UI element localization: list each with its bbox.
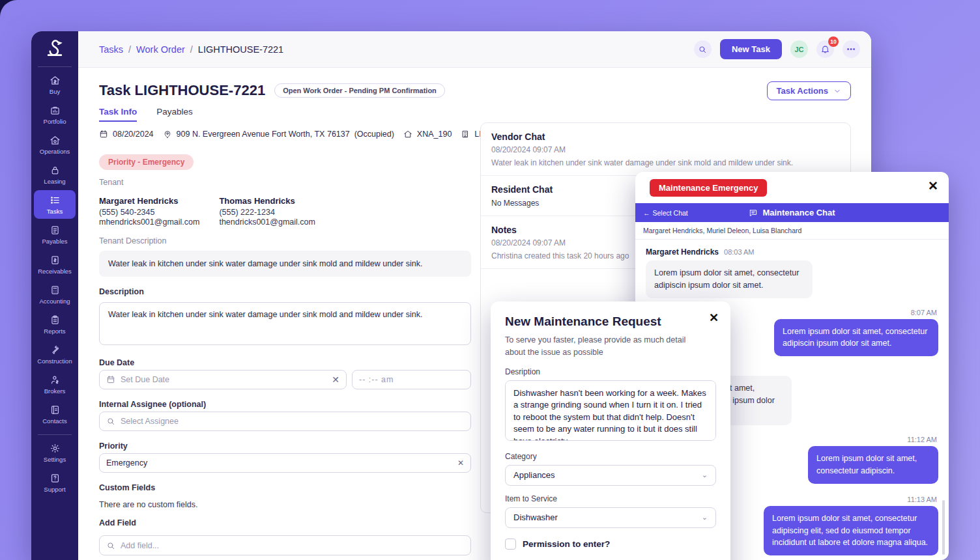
category-label: Category	[505, 452, 716, 461]
sidebar-item-buy[interactable]: Buy	[34, 70, 76, 99]
sidebar-item-accounting[interactable]: Accounting	[34, 280, 76, 309]
operations-house-icon	[50, 135, 61, 146]
location-pin-icon	[163, 130, 172, 139]
sidebar-item-operations[interactable]: Operations	[34, 130, 76, 159]
tenant-card: Thomas Hendricks (555) 222-1234 thendric…	[219, 196, 315, 227]
calculator-icon	[50, 285, 61, 296]
assignee-field[interactable]	[99, 412, 471, 431]
request-description-label: Desription	[505, 367, 716, 376]
building-icon	[461, 130, 470, 139]
new-task-button[interactable]: New Task	[720, 39, 782, 59]
chat-header-bar: ← Select Chat Maintenance Chat	[635, 203, 949, 222]
tenant-email: mhendricks001@gmail.com	[99, 217, 199, 227]
select-chat-back-link[interactable]: ← Select Chat	[643, 209, 688, 217]
request-modal-subtitle: To serve you faster, please provide as m…	[505, 334, 700, 359]
sidebar-item-construction[interactable]: Construction	[34, 340, 76, 369]
user-avatar[interactable]: JC	[790, 40, 808, 58]
topbar: Tasks / Work Order / LIGHTHOUSE-7221 New…	[78, 31, 871, 68]
breadcrumb-separator: /	[128, 44, 131, 55]
permission-label: Permission to enter?	[523, 539, 610, 549]
sidebar-item-brokers[interactable]: Brokers	[34, 370, 76, 399]
sidebar-item-receivables[interactable]: Receivables	[34, 250, 76, 279]
document-icon	[50, 225, 61, 236]
breadcrumb-work-order[interactable]: Work Order	[136, 44, 185, 55]
maintenance-emergency-button[interactable]: Maintenance Emergency	[650, 179, 767, 197]
assignee-input[interactable]	[121, 417, 464, 426]
tab-payables[interactable]: Payables	[156, 107, 193, 122]
task-date: 08/20/2024	[113, 130, 154, 139]
back-arrow-icon: ←	[643, 209, 650, 217]
tab-task-info[interactable]: Task Info	[99, 107, 137, 122]
priority-field[interactable]: ✕	[99, 453, 471, 473]
item-to-service-select[interactable]: Dishwasher ⌄	[505, 507, 716, 528]
message-sender-row: Margaret Hendricks 08:03 AM	[646, 247, 938, 257]
add-field-input[interactable]	[121, 541, 464, 550]
sidebar-item-contacts[interactable]: Contacts	[34, 400, 76, 428]
vendor-chat-message: Water leak in kitchen under sink water d…	[491, 158, 840, 167]
wrench-icon	[50, 344, 61, 356]
sidebar-item-label: Receivables	[38, 268, 72, 275]
ellipsis-icon: •••	[847, 46, 856, 53]
app-logo[interactable]	[31, 31, 78, 65]
search-icon	[698, 45, 707, 54]
chat-bubble-icon	[749, 208, 758, 217]
description-label: Description	[99, 287, 471, 296]
category-value: Appliances	[513, 470, 555, 480]
support-book-icon	[50, 473, 61, 484]
chat-scrollbar[interactable]	[942, 500, 945, 555]
tenant-name: Thomas Hendricks	[219, 196, 315, 206]
due-date-input[interactable]	[121, 375, 326, 384]
tenant-phone: (555) 540-2345	[99, 208, 199, 217]
sidebar-item-label: Operations	[40, 148, 70, 155]
close-icon[interactable]: ✕	[709, 311, 719, 325]
clear-date-icon[interactable]: ✕	[332, 375, 339, 384]
checklist-icon	[50, 195, 61, 206]
chevron-down-icon: ⌄	[702, 513, 708, 522]
sidebar-item-label: Payables	[42, 238, 67, 245]
custom-fields-label: Custom Fields	[99, 483, 471, 492]
clear-priority-icon[interactable]: ✕	[457, 459, 464, 467]
sidebar-item-reports[interactable]: Reports	[34, 310, 76, 339]
breadcrumb-tasks[interactable]: Tasks	[99, 44, 123, 55]
tenant-section-label: Tenant	[99, 178, 471, 187]
notification-badge: 10	[828, 36, 839, 47]
permission-checkbox[interactable]	[505, 539, 516, 550]
due-time-field[interactable]: -- :-- am	[352, 370, 471, 389]
task-actions-label: Task Actions	[777, 86, 828, 96]
due-date-field[interactable]: ✕	[99, 370, 347, 389]
category-select[interactable]: Appliances ⌄	[505, 465, 716, 486]
task-actions-button[interactable]: Task Actions	[767, 81, 851, 100]
swan-logo-icon	[44, 37, 66, 59]
tenant-email: thendricks001@gmail.com	[219, 217, 315, 227]
tenant-description-text: Water leak in kitchen under sink water d…	[99, 251, 471, 277]
sidebar-item-settings[interactable]: Settings	[34, 438, 76, 467]
priority-input[interactable]	[106, 458, 452, 468]
sidebar: Buy Portfolio Operations Leasing Tasks P…	[31, 31, 78, 560]
priority-pill: Priority - Emergency	[99, 154, 194, 170]
sidebar-item-leasing[interactable]: Leasing	[34, 160, 76, 189]
breadcrumb-current: LIGHTHOUSE-7221	[198, 44, 283, 55]
person-dollar-icon	[50, 374, 61, 385]
more-options-button[interactable]: •••	[843, 40, 860, 58]
new-maintenance-request-modal: ✕ New Maintenance Request To serve you f…	[491, 301, 730, 560]
sidebar-item-label: Settings	[44, 456, 66, 463]
chat-bubble-outgoing: Lorem ipsum dolor sit amet, consectetur …	[774, 319, 938, 357]
sidebar-item-tasks[interactable]: Tasks	[34, 190, 76, 219]
add-field[interactable]	[99, 535, 471, 555]
task-occupancy: (Occupied)	[354, 130, 394, 139]
description-textarea[interactable]: Water leak in kitchen under sink water d…	[99, 302, 471, 345]
close-icon[interactable]: ✕	[928, 178, 938, 193]
sidebar-item-portfolio[interactable]: Portfolio	[34, 100, 76, 129]
portfolio-icon	[50, 105, 61, 116]
chat-title-label: Maintenance Chat	[762, 208, 835, 217]
tenant-name: Margaret Hendricks	[99, 196, 199, 206]
clipboard-icon	[50, 315, 61, 326]
vendor-chat-section[interactable]: Vendor Chat 08/20/2024 09:07 AM Water le…	[481, 123, 850, 176]
request-description-textarea[interactable]: Dishwasher hasn't been working for a wee…	[505, 380, 716, 441]
notifications-button[interactable]: 10	[816, 40, 834, 58]
priority-label: Priority	[99, 441, 471, 451]
sidebar-item-payables[interactable]: Payables	[34, 220, 76, 249]
tenant-list: Margaret Hendricks (555) 540-2345 mhendr…	[99, 196, 471, 227]
search-button[interactable]	[694, 40, 712, 58]
sidebar-item-support[interactable]: Support	[34, 468, 76, 497]
